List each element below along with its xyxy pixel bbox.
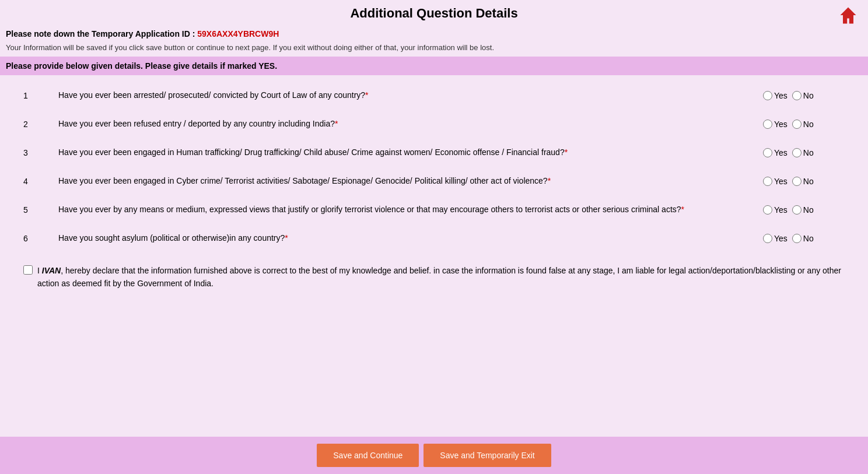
radio-group-5: Yes No <box>763 205 845 215</box>
radio-group-4: Yes No <box>763 177 845 186</box>
temp-id-label: Please note down the Temporary Applicati… <box>6 29 195 38</box>
required-marker-4: * <box>548 176 551 185</box>
radio-no-label-4: No <box>803 177 814 186</box>
header-bar: Additional Question Details <box>0 0 868 24</box>
question-text-1: Have you ever been arrested/ prosecuted/… <box>58 89 763 101</box>
radio-yes-label-3: Yes <box>774 148 788 157</box>
radio-yes-label-5: Yes <box>774 205 788 215</box>
radio-yes-label-1: Yes <box>774 91 788 100</box>
radio-no-label-6: No <box>803 234 814 243</box>
radio-group-2: Yes No <box>763 120 845 129</box>
footer-bar: Save and Continue Save and Temporarily E… <box>0 437 868 474</box>
radio-yes-1[interactable]: Yes <box>763 91 788 100</box>
question-row-6: 6 Have you sought asylum (political or o… <box>23 224 845 252</box>
radio-no-2[interactable]: No <box>792 120 814 129</box>
home-icon[interactable] <box>838 5 859 26</box>
radio-no-1[interactable]: No <box>792 91 814 100</box>
radio-input-no-6[interactable] <box>792 234 802 243</box>
save-and-exit-button[interactable]: Save and Temporarily Exit <box>424 444 551 467</box>
radio-no-5[interactable]: No <box>792 205 814 215</box>
svg-marker-0 <box>841 8 856 24</box>
radio-input-no-3[interactable] <box>792 148 802 157</box>
radio-no-3[interactable]: No <box>792 148 814 157</box>
radio-input-yes-1[interactable] <box>763 91 772 100</box>
temp-id-value: 59X6AXX4YBRCW9H <box>197 29 279 38</box>
radio-group-1: Yes No <box>763 91 845 100</box>
radio-input-yes-5[interactable] <box>763 205 772 215</box>
radio-no-6[interactable]: No <box>792 234 814 243</box>
question-number-1: 1 <box>23 91 58 100</box>
page-title: Additional Question Details <box>350 6 517 21</box>
page-container: Additional Question Details Please note … <box>0 0 868 354</box>
question-number-5: 5 <box>23 205 58 215</box>
required-marker-2: * <box>335 119 338 128</box>
temp-id-section: Please note down the Temporary Applicati… <box>0 24 868 41</box>
radio-input-yes-4[interactable] <box>763 177 772 186</box>
radio-yes-6[interactable]: Yes <box>763 234 788 243</box>
radio-input-no-2[interactable] <box>792 120 802 129</box>
declaration-text: I IVAN, hereby declare that the informat… <box>37 264 845 290</box>
question-row-5: 5 Have you ever by any means or medium, … <box>23 195 845 224</box>
declaration-name: IVAN <box>42 266 61 275</box>
info-text: Your Information will be saved if you cl… <box>0 41 868 57</box>
radio-input-yes-6[interactable] <box>763 234 772 243</box>
required-marker-3: * <box>565 148 568 157</box>
question-text-4: Have you ever been engaged in Cyber crim… <box>58 175 763 187</box>
radio-yes-4[interactable]: Yes <box>763 177 788 186</box>
radio-no-label-1: No <box>803 91 814 100</box>
declaration-checkbox[interactable] <box>23 265 33 275</box>
question-number-3: 3 <box>23 148 58 157</box>
save-and-continue-button[interactable]: Save and Continue <box>317 444 419 467</box>
radio-yes-5[interactable]: Yes <box>763 205 788 215</box>
required-marker-6: * <box>285 233 288 243</box>
radio-yes-2[interactable]: Yes <box>763 120 788 129</box>
required-marker-1: * <box>365 90 368 100</box>
question-text-5: Have you ever by any means or medium, ex… <box>58 203 763 216</box>
radio-yes-label-2: Yes <box>774 120 788 129</box>
question-row-2: 2 Have you ever been refused entry / dep… <box>23 110 845 138</box>
notice-bar: Please provide below given details. Plea… <box>0 57 868 75</box>
question-row-1: 1 Have you ever been arrested/ prosecute… <box>23 81 845 110</box>
radio-no-label-5: No <box>803 205 814 215</box>
radio-input-no-5[interactable] <box>792 205 802 215</box>
radio-yes-label-4: Yes <box>774 177 788 186</box>
question-number-6: 6 <box>23 234 58 243</box>
question-row-3: 3 Have you ever been engaged in Human tr… <box>23 138 845 167</box>
question-text-2: Have you ever been refused entry / depor… <box>58 118 763 130</box>
radio-input-yes-3[interactable] <box>763 148 772 157</box>
radio-input-yes-2[interactable] <box>763 120 772 129</box>
radio-input-no-4[interactable] <box>792 177 802 186</box>
radio-no-label-3: No <box>803 148 814 157</box>
radio-group-6: Yes No <box>763 234 845 243</box>
question-text-3: Have you ever been engaged in Human traf… <box>58 146 763 159</box>
declaration-section: I IVAN, hereby declare that the informat… <box>0 252 868 302</box>
radio-yes-3[interactable]: Yes <box>763 148 788 157</box>
question-text-6: Have you sought asylum (political or oth… <box>58 232 763 244</box>
question-number-4: 4 <box>23 177 58 186</box>
question-number-2: 2 <box>23 120 58 129</box>
question-row-4: 4 Have you ever been engaged in Cyber cr… <box>23 167 845 195</box>
radio-yes-label-6: Yes <box>774 234 788 243</box>
radio-input-no-1[interactable] <box>792 91 802 100</box>
radio-no-label-2: No <box>803 120 814 129</box>
radio-group-3: Yes No <box>763 148 845 157</box>
required-marker-5: * <box>681 205 684 214</box>
radio-no-4[interactable]: No <box>792 177 814 186</box>
questions-container: 1 Have you ever been arrested/ prosecute… <box>0 81 868 252</box>
